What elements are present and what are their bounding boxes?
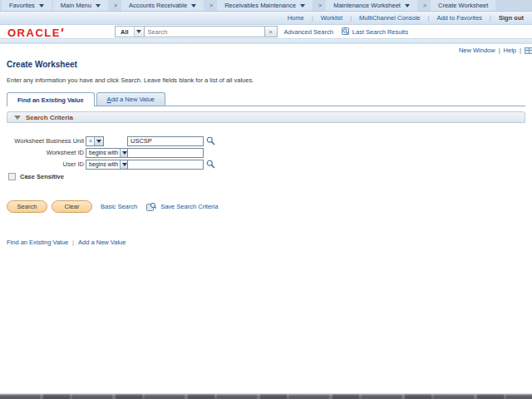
header-nav: Home | Worklist | MultiChannel Console |… [0,12,532,25]
global-search-input[interactable] [145,26,265,37]
taskbar-segments [0,394,532,399]
nav-separator: | [427,14,429,22]
business-unit-label: Worksheet Business Unit [7,137,86,145]
chevron-down-icon [191,4,196,7]
breadcrumb: Favorites Main Menu > Accounts Receivabl… [0,0,532,12]
chevron-down-icon [405,4,410,7]
chevron-down-icon[interactable] [94,137,103,145]
last-search-results[interactable]: Last Search Results [342,27,408,36]
breadcrumb-accounts-receivable[interactable]: Accounts Receivable [121,0,204,11]
oracle-logo-text: ORACLE [7,27,61,39]
case-sensitive-row: Case Sensitive [7,173,525,180]
main-content: Create Worksheet Enter any information y… [0,60,532,246]
page-actions-separator: | [520,47,521,54]
breadcrumb-separator: > [419,0,431,11]
nav-separator: | [490,14,491,22]
chevron-down-icon [39,4,44,7]
worksheet-id-input[interactable] [127,148,204,158]
peoplesoft-create-worksheet-page: { "chars": { "crumb_sep": ">", "pipe": "… [0,0,532,399]
breadcrumb-label: Receivables Maintenance [224,2,296,9]
breadcrumb-label: Favorites [9,2,35,9]
breadcrumb-main-menu[interactable]: Main Menu [53,0,108,11]
tab-label: Find an Existing Value [17,96,84,104]
help-link[interactable]: Help [504,47,516,54]
sign-out-link[interactable]: Sign out [499,14,524,22]
tab-add-new-value[interactable]: Add a New Value [96,92,165,106]
breadcrumb-receivables-maintenance[interactable]: Receivables Maintenance [217,0,313,11]
basic-search-link[interactable]: Basic Search [101,203,137,210]
global-search-bar: All » Advanced Search Last Search Result… [115,26,408,37]
last-search-results-label: Last Search Results [352,28,408,36]
page-actions: New Window | Help | [459,47,532,54]
page-instructions: Enter any information you have and click… [7,76,525,84]
advanced-search-link[interactable]: Advanced Search [284,28,333,36]
search-button[interactable]: Search [7,200,47,213]
breadcrumb-separator: > [314,0,326,11]
chevron-down-icon[interactable] [134,27,144,37]
business-unit-operator-select[interactable]: = [86,136,104,146]
search-scope-select[interactable]: All [115,26,145,37]
operator-column: = [86,136,127,146]
form-row-worksheet-id: Worksheet ID begins with [7,147,525,158]
nav-multichannel-link[interactable]: MultiChannel Console [359,14,420,22]
oracle-logo-mark [61,28,63,32]
footer-links-separator: | [72,239,74,246]
new-window-link[interactable]: New Window [459,47,495,54]
breadcrumb-separator: > [110,0,121,11]
breadcrumb-create-worksheet[interactable]: Create Worksheet [431,0,495,11]
form-row-business-unit: Worksheet Business Unit = [7,135,525,146]
nav-worklist-link[interactable]: Worklist [321,14,343,22]
search-criteria-form: Worksheet Business Unit = Worksheet ID b… [7,135,525,246]
worksheet-id-operator-select[interactable]: begins with [86,148,130,158]
user-id-lookup-icon[interactable] [206,160,215,169]
breadcrumb-label: Main Menu [61,2,91,9]
oracle-logo: ORACLE [7,27,63,39]
nav-separator: | [350,14,352,22]
user-id-input[interactable] [127,160,204,170]
personalize-page-icon[interactable] [525,47,532,54]
form-row-user-id: User ID begins with [7,159,525,170]
chevron-down-glyph [136,30,141,33]
brand-row: ORACLE All » Advanced Search Last Search… [0,25,532,38]
user-id-operator-select[interactable]: begins with [86,160,130,170]
bottom-taskbar-edge [0,393,532,399]
tab-find-existing-value[interactable]: Find an Existing Value [7,92,95,106]
footer-find-existing-link[interactable]: Find an Existing Value [7,239,68,246]
user-id-label: User ID [7,160,86,168]
operator-column: begins with [86,148,127,158]
nav-add-to-favorites-link[interactable]: Add to Favorites [436,14,482,22]
chevron-down-glyph [96,140,101,143]
tab-row: Find an Existing Value Add a New Value [7,92,525,106]
search-go-button[interactable]: » [265,26,278,37]
search-scope-value: All [116,28,134,36]
actions-row: Search Clear Basic Search Save Search Cr… [7,200,525,213]
operator-value: = [86,137,94,145]
breadcrumb-label: Create Worksheet [438,2,488,9]
business-unit-lookup-icon[interactable] [206,136,215,145]
breadcrumb-favorites[interactable]: Favorites [2,0,52,11]
operator-value: begins with [86,149,120,157]
search-criteria-title: Search Criteria [26,114,73,121]
business-unit-input[interactable] [127,136,204,146]
save-search-criteria-icon[interactable] [146,202,156,212]
case-sensitive-checkbox[interactable] [8,173,16,180]
chevron-down-icon [300,4,305,7]
tab-label: Add a New Value [107,96,155,103]
nav-separator: | [312,14,313,22]
breadcrumb-maintenance-worksheet[interactable]: Maintenance Worksheet [326,0,417,11]
footer-links: Find an Existing Value | Add a New Value [7,239,525,246]
clear-button[interactable]: Clear [52,200,92,213]
breadcrumb-label: Accounts Receivable [129,2,187,9]
operator-column: begins with [86,160,127,170]
breadcrumb-separator: > [205,0,217,11]
save-search-criteria-link[interactable]: Save Search Criteria [160,203,218,210]
last-search-results-icon [342,27,350,36]
footer-add-new-link[interactable]: Add a New Value [78,239,126,246]
search-criteria-header[interactable]: Search Criteria [7,111,525,123]
chevron-down-icon [96,4,101,7]
page-actions-separator: | [499,47,500,54]
nav-home-link[interactable]: Home [288,14,304,22]
header-divider-strip [0,38,532,44]
breadcrumb-label: Maintenance Worksheet [333,2,401,9]
case-sensitive-label: Case Sensitive [20,173,64,180]
